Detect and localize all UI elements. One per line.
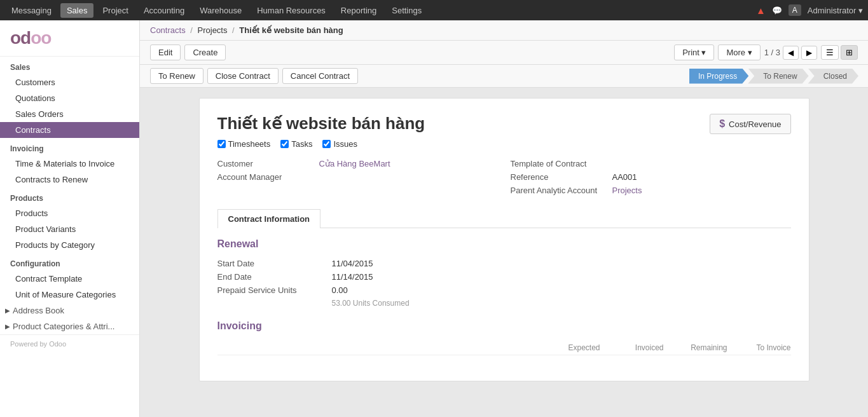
nav-items: Messaging Sales Project Accounting Wareh… [5,3,756,18]
pipeline-closed[interactable]: Closed [808,69,858,84]
start-date-label: Start Date [217,259,332,268]
powered-by: Powered by Odoo [0,334,139,353]
sidebar-item-contract-template[interactable]: Contract Template [0,271,139,287]
account-manager-label: Account Manager [217,172,319,182]
form-title-row: Thiết kế website bán hàng $ Cost/Revenue [217,114,791,134]
breadcrumb-projects: Projects [198,25,228,35]
form-tabs: Contract Information [217,209,791,228]
alert-icon[interactable]: ▲ [756,5,766,16]
timesheets-label: Timesheets [228,139,271,149]
section-invoicing-title: Invoicing [0,138,139,156]
right-fields-col: Template of Contract Reference AA001 Par… [511,159,791,199]
reference-value: AA001 [612,172,637,182]
start-date-field: Start Date 11/04/2015 [217,259,791,268]
issues-checkbox[interactable] [322,140,331,148]
admin-dropdown[interactable]: Administrator ▾ [808,6,863,15]
more-button[interactable]: More ▾ [718,44,760,60]
nav-warehouse[interactable]: Warehouse [193,3,248,18]
prev-page-button[interactable]: ◀ [783,46,799,60]
invoicing-table-header: Expected Invoiced Remaining To Invoice [217,341,791,355]
template-field: Template of Contract [511,159,791,168]
next-page-button[interactable]: ▶ [801,46,817,60]
template-label: Template of Contract [511,159,612,168]
nav-hr[interactable]: Human Resources [251,3,332,18]
issues-checkbox-label[interactable]: Issues [322,139,357,149]
units-consumed: 53.00 Units Consumed [332,299,791,308]
page-info: 1 / 3 [764,48,780,57]
to-renew-button[interactable]: To Renew [150,68,203,84]
nav-right: ▲ 💬 A Administrator ▾ [756,4,863,16]
timesheets-checkbox[interactable] [217,140,226,148]
toolbar-right: Print ▾ More ▾ 1 / 3 ◀ ▶ ☰ ⊞ [674,44,858,60]
sidebar-group-product-categories[interactable]: ▶ Product Categories & Attri... [0,318,139,334]
sidebar-item-uom-categories[interactable]: Unit of Measure Categories [0,287,139,303]
list-view-button[interactable]: ☰ [821,45,839,60]
timesheets-checkbox-label[interactable]: Timesheets [217,139,271,149]
nav-reporting[interactable]: Reporting [334,3,383,18]
nav-accounting[interactable]: Accounting [137,3,191,18]
start-date-value: 11/04/2015 [332,259,373,268]
sidebar-item-contracts-renew[interactable]: Contracts to Renew [0,172,139,188]
sidebar-item-customers[interactable]: Customers [0,74,139,90]
prepaid-label: Prepaid Service Units [217,285,332,295]
grid-view-button[interactable]: ⊞ [841,45,858,60]
nav-sales[interactable]: Sales [60,3,94,18]
tasks-checkbox[interactable] [280,140,289,148]
more-label: More ▾ [726,48,752,57]
breadcrumb: Contracts / Projects / Thiết kế website … [140,20,868,41]
close-contract-button[interactable]: Close Contract [207,68,279,84]
sidebar-item-product-variants[interactable]: Product Variants [0,221,139,237]
account-manager-field: Account Manager [217,172,498,182]
col-name [217,343,537,352]
odoo-logo: odoo [10,28,129,48]
print-button[interactable]: Print ▾ [674,44,714,60]
end-date-field: End Date 11/14/2015 [217,272,791,282]
sidebar-group-address-book[interactable]: ▶ Address Book [0,303,139,318]
prepaid-field: Prepaid Service Units 0.00 [217,285,791,295]
cost-revenue-button[interactable]: $ Cost/Revenue [710,114,790,134]
prepaid-value: 0.00 [332,285,348,295]
user-avatar[interactable]: A [789,4,801,16]
sidebar-item-products[interactable]: Products [0,205,139,221]
sidebar-item-contracts[interactable]: Contracts [0,122,139,138]
form-title: Thiết kế website bán hàng [217,114,425,133]
pipeline-in-progress[interactable]: In Progress [689,69,748,84]
chat-icon[interactable]: 💬 [772,6,782,15]
cancel-contract-button[interactable]: Cancel Contract [282,68,358,84]
sidebar-item-time-materials[interactable]: Time & Materials to Invoice [0,156,139,172]
form-card: Thiết kế website bán hàng $ Cost/Revenue… [199,98,809,381]
renewal-title: Renewal [217,238,791,250]
customer-label: Customer [217,159,319,168]
nav-settings[interactable]: Settings [385,3,428,18]
col-to-invoice: To Invoice [727,343,791,352]
issues-label: Issues [333,139,357,149]
status-action-bar: To Renew Close Contract Cancel Contract … [140,65,868,88]
arrow-icon-2: ▶ [5,323,10,330]
form-checkboxes: Timesheets Tasks Issues [217,139,791,149]
breadcrumb-sep-2: / [232,25,235,35]
tasks-checkbox-label[interactable]: Tasks [280,139,312,149]
breadcrumb-contracts[interactable]: Contracts [150,25,186,35]
sidebar-item-quotations[interactable]: Quotations [0,90,139,106]
pipeline-to-renew[interactable]: To Renew [748,69,808,84]
sidebar-item-sales-orders[interactable]: Sales Orders [0,106,139,122]
parent-analytic-field: Parent Analytic Account Projects [511,186,791,195]
invoicing-title: Invoicing [217,320,791,332]
form-fields-row: Customer Cửa Hàng BeeMart Account Manage… [217,159,791,199]
edit-button[interactable]: Edit [150,44,181,60]
tab-contract-information[interactable]: Contract Information [217,209,321,228]
page-navigation: 1 / 3 ◀ ▶ [764,46,817,60]
nav-project[interactable]: Project [96,3,134,18]
renewal-fields: Start Date 11/04/2015 End Date 11/14/201… [217,259,791,308]
customer-value[interactable]: Cửa Hàng BeeMart [319,159,390,168]
dollar-icon: $ [719,118,725,130]
nav-messaging[interactable]: Messaging [5,3,58,18]
address-book-label: Address Book [13,306,64,315]
parent-analytic-value[interactable]: Projects [612,186,642,195]
section-products-title: Products [0,188,139,205]
sidebar-item-products-by-category[interactable]: Products by Category [0,237,139,253]
end-date-value: 11/14/2015 [332,272,373,282]
end-date-label: End Date [217,272,332,282]
action-toolbar: Edit Create Print ▾ More ▾ 1 / 3 ◀ ▶ ☰ ⊞ [140,41,868,65]
create-button[interactable]: Create [184,44,226,60]
